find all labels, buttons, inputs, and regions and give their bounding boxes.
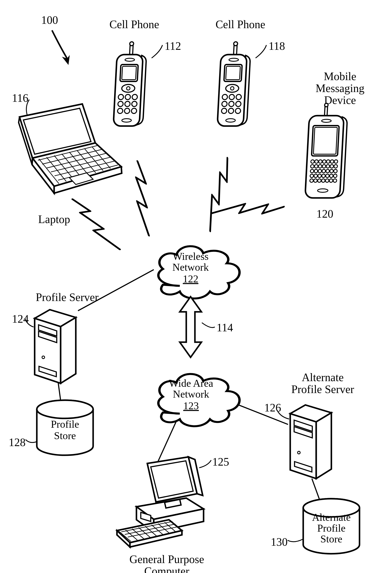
wireless-network-cloud: Wireless Network 122 bbox=[158, 246, 240, 298]
alt-server-label-1: Alternate bbox=[302, 371, 343, 383]
general-purpose-computer-icon bbox=[117, 457, 204, 547]
ref-128-leader bbox=[26, 440, 36, 442]
cell-phone-1-label: Cell Phone bbox=[109, 18, 159, 31]
profile-store-label-1: Profile bbox=[51, 418, 79, 430]
ref-114: 114 bbox=[216, 321, 233, 334]
wireless-network-ref: 122 bbox=[183, 273, 198, 285]
wan-ref: 123 bbox=[183, 400, 199, 412]
profile-server-icon bbox=[35, 310, 76, 383]
network-diagram: Wireless Network 122 Wide Area Network 1… bbox=[0, 0, 392, 573]
cell-phone-2-icon bbox=[217, 42, 251, 126]
mobile-messaging-device-icon bbox=[305, 103, 348, 198]
ref-112-leader bbox=[152, 45, 162, 58]
svg-line-64 bbox=[78, 269, 154, 311]
wireless-network-label-2: Network bbox=[172, 261, 209, 273]
ref-114-leader bbox=[202, 323, 215, 328]
gpc-label-1: General Purpose bbox=[129, 553, 204, 565]
mmd-label-3: Device bbox=[324, 94, 356, 106]
alternate-profile-server-icon bbox=[290, 405, 331, 479]
profile-store-label-2: Store bbox=[54, 430, 76, 441]
ref-125-leader bbox=[199, 460, 211, 468]
profile-server-label: Profile Server bbox=[36, 291, 99, 304]
alt-store-label-3: Store bbox=[320, 533, 342, 545]
ref-125: 125 bbox=[212, 456, 229, 468]
wireless-network-label-1: Wireless bbox=[173, 251, 209, 262]
ref-128: 128 bbox=[9, 436, 26, 448]
wan-label-1: Wide Area bbox=[169, 377, 213, 389]
ref-120: 120 bbox=[316, 208, 333, 220]
alt-server-label-2: Profile Server bbox=[291, 383, 354, 395]
ref-116: 116 bbox=[12, 92, 28, 104]
cell-phone-2-label: Cell Phone bbox=[215, 18, 265, 31]
figure-reference-arrow bbox=[52, 30, 67, 58]
gpc-label-2: Computer bbox=[144, 565, 189, 573]
mmd-label-2: Messaging bbox=[316, 82, 364, 94]
ref-112: 112 bbox=[165, 40, 181, 52]
cell-phone-1-icon bbox=[113, 42, 147, 126]
ref-118: 118 bbox=[268, 40, 285, 52]
figure-reference: 100 bbox=[41, 14, 58, 26]
ref-124: 124 bbox=[12, 313, 29, 325]
cloud-link-arrow bbox=[180, 297, 201, 357]
wide-area-network-cloud: Wide Area Network 123 bbox=[158, 374, 240, 426]
laptop-label: Laptop bbox=[38, 213, 70, 225]
ref-130-leader bbox=[288, 539, 303, 542]
ref-126: 126 bbox=[264, 401, 281, 414]
wan-label-2: Network bbox=[173, 388, 209, 400]
mmd-label-1: Mobile bbox=[324, 70, 356, 83]
alt-store-label-1: Alternate bbox=[312, 512, 351, 523]
ref-130: 130 bbox=[271, 536, 288, 548]
ref-118-leader bbox=[256, 45, 266, 58]
alt-store-label-2: Profile bbox=[317, 522, 346, 534]
laptop-icon bbox=[19, 104, 122, 193]
